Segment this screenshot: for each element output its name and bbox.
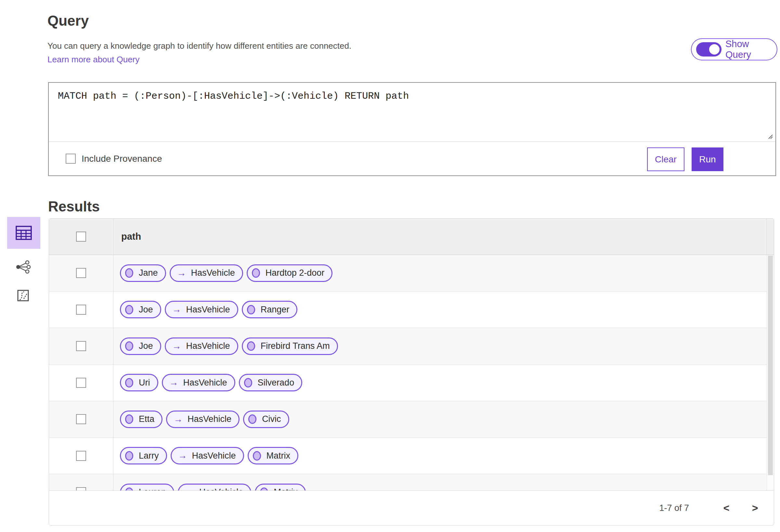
path-cell: Larry→HasVehicleMatrix	[113, 438, 774, 474]
row-checkbox[interactable]	[76, 414, 86, 424]
relationship-pill[interactable]: →HasVehicle	[165, 301, 238, 318]
arrow-right-icon: →	[174, 415, 183, 424]
entity-node-icon	[125, 341, 133, 351]
arrow-right-icon: →	[172, 305, 181, 314]
entity-label: Silverado	[258, 378, 294, 388]
relationship-pill[interactable]: →HasVehicle	[166, 411, 240, 428]
table-row: Joe→HasVehicleFirebird Trans Am	[49, 328, 774, 365]
table-row: Etta→HasVehicleCivic	[49, 401, 774, 438]
entity-label: Joe	[139, 305, 153, 315]
clear-button[interactable]: Clear	[647, 148, 684, 171]
entity-pill[interactable]: Ranger	[242, 301, 298, 318]
relationship-label: HasVehicle	[186, 341, 230, 351]
map-icon	[17, 290, 29, 302]
entity-pill[interactable]: Larry	[120, 447, 167, 465]
arrow-right-icon: →	[177, 269, 186, 278]
path-cell: Jane→HasVehicleHardtop 2-door	[113, 255, 774, 291]
relationship-pill[interactable]: →HasVehicle	[165, 337, 238, 355]
query-input[interactable]: MATCH path = (:Person)-[:HasVehicle]->(:…	[49, 83, 775, 141]
row-checkbox[interactable]	[76, 305, 86, 315]
path-cell: Lauren→HasVehicleMatrix	[113, 474, 774, 491]
toggle-switch-icon[interactable]	[696, 42, 722, 56]
run-button[interactable]: Run	[692, 148, 724, 171]
scrollbar-thumb[interactable]	[768, 256, 773, 475]
relationship-pill[interactable]: →HasVehicle	[169, 264, 243, 282]
table-view-button[interactable]	[7, 217, 40, 249]
entity-pill[interactable]: Joe	[120, 337, 161, 355]
relationship-pill[interactable]: →HasVehicle	[162, 374, 235, 391]
query-page: Query You can query a knowledge graph to…	[0, 0, 780, 532]
table-footer: 1-7 of 7 < >	[49, 490, 774, 525]
table-row: Jane→HasVehicleHardtop 2-door	[49, 255, 774, 291]
include-provenance-checkbox[interactable]	[66, 154, 76, 164]
entity-pill[interactable]: Jane	[120, 264, 166, 282]
entity-pill[interactable]: Joe	[120, 301, 161, 318]
entity-label: Joe	[139, 341, 153, 351]
resize-grip-icon[interactable]	[766, 132, 774, 140]
entity-pill[interactable]: Silverado	[239, 374, 303, 391]
toggle-knob	[708, 43, 721, 56]
entity-node-icon	[247, 341, 255, 351]
row-checkbox[interactable]	[76, 451, 86, 461]
table-row: Joe→HasVehicleRanger	[49, 291, 774, 328]
entity-node-icon	[248, 414, 256, 424]
query-toolbar: Include Provenance Clear Run	[49, 141, 775, 175]
entity-node-icon	[125, 451, 133, 461]
path-cell: Etta→HasVehicleCivic	[113, 401, 774, 437]
results-table: path Jane→HasVehicleHardtop 2-doorJoe→Ha…	[49, 218, 774, 526]
entity-node-icon	[244, 378, 252, 387]
entity-label: Matrix	[266, 451, 291, 461]
table-header: path	[49, 219, 774, 255]
table-body: Jane→HasVehicleHardtop 2-doorJoe→HasVehi…	[49, 255, 774, 491]
entity-pill[interactable]: Hardtop 2-door	[247, 264, 333, 282]
arrow-right-icon: →	[178, 451, 187, 460]
entity-label: Etta	[139, 414, 154, 424]
entity-pill[interactable]: Uri	[120, 374, 158, 391]
relationship-label: HasVehicle	[188, 414, 231, 424]
entity-node-icon	[247, 305, 255, 314]
entity-pill[interactable]: Civic	[243, 411, 289, 428]
relationship-label: HasVehicle	[186, 305, 230, 315]
arrow-right-icon: →	[169, 378, 179, 387]
entity-label: Firebird Trans Am	[261, 341, 330, 351]
entity-node-icon	[125, 414, 133, 424]
learn-more-link[interactable]: Learn more about Query	[47, 55, 139, 65]
link-chart-view-button[interactable]	[12, 257, 35, 277]
arrow-right-icon: →	[172, 342, 181, 351]
chevron-right-icon[interactable]: >	[745, 498, 765, 518]
path-cell: Joe→HasVehicleRanger	[113, 291, 774, 328]
table-row: Lauren→HasVehicleMatrix	[49, 474, 774, 491]
row-checkbox[interactable]	[76, 378, 86, 388]
path-cell: Joe→HasVehicleFirebird Trans Am	[113, 328, 774, 364]
entity-pill[interactable]: Firebird Trans Am	[242, 337, 338, 355]
relationship-label: HasVehicle	[192, 451, 236, 461]
chevron-left-icon[interactable]: <	[717, 498, 736, 518]
page-description: You can query a knowledge graph to ident…	[47, 41, 351, 51]
column-header-path: path	[121, 231, 141, 242]
table-icon	[15, 226, 32, 240]
entity-pill[interactable]: Matrix	[248, 447, 299, 465]
relationship-label: HasVehicle	[183, 378, 227, 388]
vertical-scrollbar[interactable]	[767, 255, 774, 491]
entity-node-icon	[125, 305, 133, 314]
relationship-label: HasVehicle	[191, 268, 235, 278]
map-view-button[interactable]	[13, 286, 33, 305]
results-title: Results	[48, 199, 100, 215]
query-editor: MATCH path = (:Person)-[:HasVehicle]->(:…	[48, 82, 776, 176]
entity-label: Uri	[139, 378, 150, 388]
path-cell: Uri→HasVehicleSilverado	[113, 365, 774, 401]
entity-pill[interactable]: Etta	[120, 411, 162, 428]
row-checkbox[interactable]	[76, 341, 86, 351]
row-checkbox[interactable]	[76, 268, 86, 278]
relationship-pill[interactable]: →HasVehicle	[170, 447, 244, 465]
entity-label: Larry	[139, 451, 159, 461]
entity-label: Ranger	[261, 305, 290, 315]
pagination-range: 1-7 of 7	[659, 503, 689, 513]
entity-node-icon	[125, 268, 133, 278]
show-query-toggle[interactable]: Show Query	[691, 38, 777, 60]
select-all-checkbox[interactable]	[76, 231, 86, 242]
page-title: Query	[47, 13, 89, 29]
entity-node-icon	[253, 451, 261, 461]
show-query-label: Show Query	[725, 39, 777, 60]
entity-label: Jane	[139, 268, 158, 278]
